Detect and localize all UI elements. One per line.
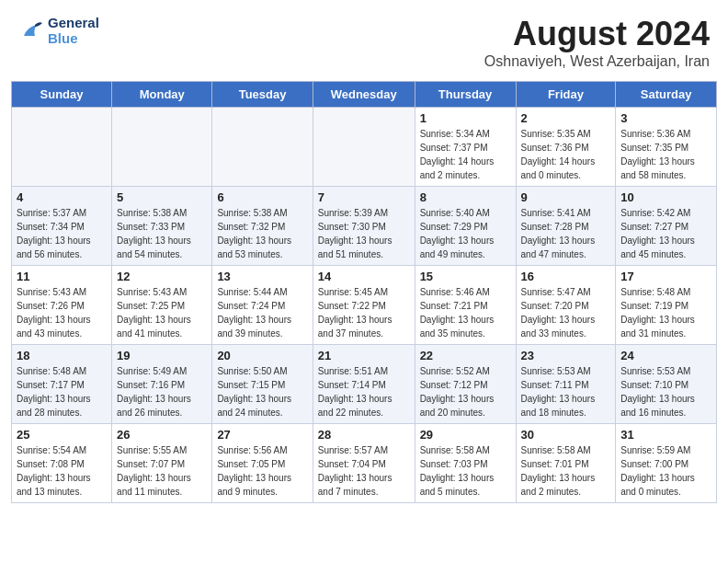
calendar-day-cell: 26Sunrise: 5:55 AM Sunset: 7:07 PM Dayli… <box>112 424 212 503</box>
day-number: 9 <box>521 190 611 204</box>
day-number: 22 <box>420 349 511 362</box>
title-block: August 2024 Oshnaviyeh, West Azerbaijan,… <box>484 15 710 70</box>
calendar-week-row: 4Sunrise: 5:37 AM Sunset: 7:34 PM Daylig… <box>12 187 717 266</box>
day-number: 1 <box>420 111 511 125</box>
day-info: Sunrise: 5:39 AM Sunset: 7:30 PM Dayligh… <box>318 206 410 261</box>
calendar-day-cell: 11Sunrise: 5:43 AM Sunset: 7:26 PM Dayli… <box>12 266 112 345</box>
calendar-day-cell <box>12 108 112 187</box>
day-info: Sunrise: 5:55 AM Sunset: 7:07 PM Dayligh… <box>117 443 207 499</box>
day-info: Sunrise: 5:42 AM Sunset: 7:27 PM Dayligh… <box>620 206 711 261</box>
calendar-table: SundayMondayTuesdayWednesdayThursdayFrid… <box>11 81 717 503</box>
day-number: 14 <box>318 270 410 283</box>
calendar-day-cell: 6Sunrise: 5:38 AM Sunset: 7:32 PM Daylig… <box>212 187 313 266</box>
weekday-header-cell: Saturday <box>616 82 717 108</box>
day-number: 17 <box>620 270 711 283</box>
day-number: 7 <box>318 190 410 204</box>
calendar-day-cell: 29Sunrise: 5:58 AM Sunset: 7:03 PM Dayli… <box>415 424 516 503</box>
location-title: Oshnaviyeh, West Azerbaijan, Iran <box>484 53 710 70</box>
day-info: Sunrise: 5:47 AM Sunset: 7:20 PM Dayligh… <box>521 285 611 340</box>
day-info: Sunrise: 5:50 AM Sunset: 7:15 PM Dayligh… <box>217 364 307 419</box>
day-info: Sunrise: 5:49 AM Sunset: 7:16 PM Dayligh… <box>117 364 207 419</box>
day-info: Sunrise: 5:41 AM Sunset: 7:28 PM Dayligh… <box>521 206 611 261</box>
day-number: 18 <box>17 349 107 362</box>
weekday-header-cell: Wednesday <box>313 82 415 108</box>
weekday-header-cell: Monday <box>112 82 212 108</box>
calendar-day-cell: 12Sunrise: 5:43 AM Sunset: 7:25 PM Dayli… <box>112 266 212 345</box>
page-header: General Blue August 2024 Oshnaviyeh, Wes… <box>0 0 728 74</box>
day-number: 12 <box>117 270 207 283</box>
day-number: 5 <box>117 190 207 204</box>
weekday-header-cell: Sunday <box>12 82 112 108</box>
weekday-header-row: SundayMondayTuesdayWednesdayThursdayFrid… <box>12 82 717 108</box>
day-number: 15 <box>420 270 511 283</box>
calendar-day-cell: 15Sunrise: 5:46 AM Sunset: 7:21 PM Dayli… <box>415 266 516 345</box>
calendar-day-cell: 24Sunrise: 5:53 AM Sunset: 7:10 PM Dayli… <box>616 345 717 424</box>
calendar-day-cell: 23Sunrise: 5:53 AM Sunset: 7:11 PM Dayli… <box>516 345 616 424</box>
calendar-day-cell: 10Sunrise: 5:42 AM Sunset: 7:27 PM Dayli… <box>616 187 717 266</box>
weekday-header-cell: Friday <box>516 82 616 108</box>
calendar-day-cell <box>313 108 415 187</box>
calendar-day-cell: 14Sunrise: 5:45 AM Sunset: 7:22 PM Dayli… <box>313 266 415 345</box>
day-info: Sunrise: 5:37 AM Sunset: 7:34 PM Dayligh… <box>17 206 107 261</box>
day-number: 27 <box>217 428 307 442</box>
day-number: 24 <box>620 349 711 362</box>
day-number: 28 <box>318 428 410 442</box>
day-number: 26 <box>117 428 207 442</box>
day-info: Sunrise: 5:51 AM Sunset: 7:14 PM Dayligh… <box>318 364 410 419</box>
day-info: Sunrise: 5:45 AM Sunset: 7:22 PM Dayligh… <box>318 285 410 340</box>
day-info: Sunrise: 5:43 AM Sunset: 7:26 PM Dayligh… <box>17 285 107 340</box>
calendar-week-row: 18Sunrise: 5:48 AM Sunset: 7:17 PM Dayli… <box>12 345 717 424</box>
day-number: 2 <box>521 111 611 125</box>
day-info: Sunrise: 5:34 AM Sunset: 7:37 PM Dayligh… <box>420 127 511 182</box>
day-number: 30 <box>521 428 611 442</box>
day-info: Sunrise: 5:48 AM Sunset: 7:17 PM Dayligh… <box>17 364 107 419</box>
calendar-day-cell: 16Sunrise: 5:47 AM Sunset: 7:20 PM Dayli… <box>516 266 616 345</box>
month-title: August 2024 <box>484 15 710 53</box>
day-number: 3 <box>620 111 711 125</box>
calendar-day-cell: 17Sunrise: 5:48 AM Sunset: 7:19 PM Dayli… <box>616 266 717 345</box>
day-number: 16 <box>521 270 611 283</box>
day-info: Sunrise: 5:57 AM Sunset: 7:04 PM Dayligh… <box>318 443 410 499</box>
calendar-day-cell: 18Sunrise: 5:48 AM Sunset: 7:17 PM Dayli… <box>12 345 112 424</box>
calendar-day-cell: 2Sunrise: 5:35 AM Sunset: 7:36 PM Daylig… <box>516 108 616 187</box>
day-info: Sunrise: 5:56 AM Sunset: 7:05 PM Dayligh… <box>217 443 307 499</box>
calendar-day-cell: 20Sunrise: 5:50 AM Sunset: 7:15 PM Dayli… <box>212 345 313 424</box>
calendar-day-cell: 7Sunrise: 5:39 AM Sunset: 7:30 PM Daylig… <box>313 187 415 266</box>
day-number: 19 <box>117 349 207 362</box>
calendar-day-cell: 5Sunrise: 5:38 AM Sunset: 7:33 PM Daylig… <box>112 187 212 266</box>
calendar-day-cell: 31Sunrise: 5:59 AM Sunset: 7:00 PM Dayli… <box>616 424 717 503</box>
day-info: Sunrise: 5:38 AM Sunset: 7:33 PM Dayligh… <box>117 206 207 261</box>
day-info: Sunrise: 5:52 AM Sunset: 7:12 PM Dayligh… <box>420 364 511 419</box>
day-info: Sunrise: 5:48 AM Sunset: 7:19 PM Dayligh… <box>620 285 711 340</box>
calendar-day-cell: 27Sunrise: 5:56 AM Sunset: 7:05 PM Dayli… <box>212 424 313 503</box>
day-info: Sunrise: 5:38 AM Sunset: 7:32 PM Dayligh… <box>217 206 307 261</box>
calendar-week-row: 1Sunrise: 5:34 AM Sunset: 7:37 PM Daylig… <box>12 108 717 187</box>
day-number: 6 <box>217 190 307 204</box>
day-info: Sunrise: 5:58 AM Sunset: 7:01 PM Dayligh… <box>521 443 611 499</box>
day-info: Sunrise: 5:43 AM Sunset: 7:25 PM Dayligh… <box>117 285 207 340</box>
calendar-day-cell: 28Sunrise: 5:57 AM Sunset: 7:04 PM Dayli… <box>313 424 415 503</box>
day-info: Sunrise: 5:35 AM Sunset: 7:36 PM Dayligh… <box>521 127 611 182</box>
logo-icon <box>18 17 44 43</box>
day-number: 21 <box>318 349 410 362</box>
logo-text: General Blue <box>48 15 99 46</box>
day-number: 29 <box>420 428 511 442</box>
calendar-day-cell: 30Sunrise: 5:58 AM Sunset: 7:01 PM Dayli… <box>516 424 616 503</box>
day-number: 20 <box>217 349 307 362</box>
calendar-day-cell <box>212 108 313 187</box>
calendar-day-cell: 4Sunrise: 5:37 AM Sunset: 7:34 PM Daylig… <box>12 187 112 266</box>
day-info: Sunrise: 5:53 AM Sunset: 7:11 PM Dayligh… <box>521 364 611 419</box>
day-info: Sunrise: 5:40 AM Sunset: 7:29 PM Dayligh… <box>420 206 511 261</box>
day-info: Sunrise: 5:59 AM Sunset: 7:00 PM Dayligh… <box>620 443 711 499</box>
day-number: 10 <box>620 190 711 204</box>
calendar-day-cell: 13Sunrise: 5:44 AM Sunset: 7:24 PM Dayli… <box>212 266 313 345</box>
day-number: 25 <box>17 428 107 442</box>
calendar-day-cell <box>112 108 212 187</box>
day-number: 23 <box>521 349 611 362</box>
calendar-day-cell: 1Sunrise: 5:34 AM Sunset: 7:37 PM Daylig… <box>415 108 516 187</box>
day-info: Sunrise: 5:54 AM Sunset: 7:08 PM Dayligh… <box>17 443 107 499</box>
weekday-header-cell: Thursday <box>415 82 516 108</box>
day-number: 11 <box>17 270 107 283</box>
calendar-day-cell: 25Sunrise: 5:54 AM Sunset: 7:08 PM Dayli… <box>12 424 112 503</box>
day-info: Sunrise: 5:58 AM Sunset: 7:03 PM Dayligh… <box>420 443 511 499</box>
